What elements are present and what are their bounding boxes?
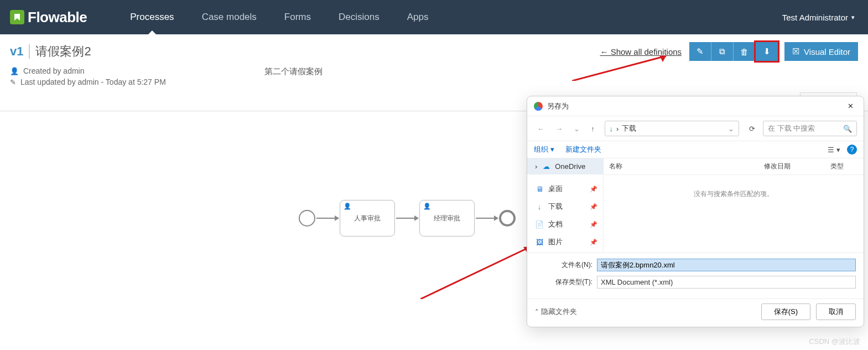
- filename-label: 文件名(N):: [535, 260, 592, 270]
- nav-forms[interactable]: Forms: [284, 0, 311, 34]
- brand-logo: Flowable: [0, 9, 97, 26]
- nav-tabs: Processes Case models Forms Decisions Ap…: [130, 0, 428, 34]
- dialog-footer: ˄ 隐藏文件夹 保存(S) 取消: [527, 298, 864, 327]
- created-by: Created by admin: [23, 66, 85, 75]
- logo-icon: [10, 10, 24, 24]
- sequence-flow: [396, 218, 418, 219]
- dialog-nav: ← → ⌄ ↑ ↓ › 下载 ⌄ ⟳ 在 下载 中搜索 🔍: [527, 116, 864, 141]
- pin-icon: 📌: [590, 239, 597, 246]
- copy-icon: ⧉: [719, 47, 725, 56]
- recent-dropdown[interactable]: ⌄: [570, 122, 583, 135]
- col-date[interactable]: 修改日期: [764, 162, 830, 171]
- dialog-toolbar: 组织 ▾ 新建文件夹 ☰ ▾ ?: [527, 141, 864, 158]
- col-type[interactable]: 类型: [830, 162, 858, 171]
- version-badge: v1: [10, 44, 30, 59]
- pin-icon: 📌: [590, 186, 597, 193]
- folder-tree: › ☁ OneDrive 🖥 桌面 📌 ↓ 下载 📌 📄 文档 📌 🖼: [527, 158, 604, 253]
- help-button[interactable]: ?: [847, 145, 857, 155]
- empty-message: 没有与搜索条件匹配的项。: [604, 175, 864, 213]
- visual-editor-button[interactable]: ☒ Visual Editor: [784, 42, 858, 61]
- search-input[interactable]: 在 下载 中搜索 🔍: [763, 121, 857, 136]
- download-folder-icon: ↓: [610, 125, 614, 133]
- pencil-icon: ✎: [697, 47, 704, 56]
- process-name: 请假案例2: [35, 43, 91, 60]
- cancel-button[interactable]: 取消: [816, 303, 856, 320]
- show-all-definitions-link[interactable]: ← Show all definitions: [600, 47, 682, 56]
- end-event: [499, 210, 516, 227]
- path-label: 下载: [622, 123, 636, 133]
- forward-button[interactable]: →: [552, 122, 566, 135]
- dialog-titlebar: 另存为 ✕: [527, 96, 864, 116]
- download-icon: ↓: [535, 203, 544, 211]
- brand-text: Flowable: [28, 9, 87, 26]
- filetype-label: 保存类型(T):: [535, 277, 592, 287]
- new-folder-button[interactable]: 新建文件夹: [565, 145, 601, 155]
- pin-icon: 📌: [590, 203, 597, 210]
- tree-documents[interactable]: 📄 文档 📌: [527, 215, 603, 233]
- desktop-icon: 🖥: [535, 185, 544, 193]
- watermark: CSDN @波比波: [809, 337, 860, 347]
- edit-square-icon: ☒: [792, 47, 799, 56]
- process-description: 第二个请假案例: [264, 66, 323, 89]
- process-header: v1 请假案例2 ← Show all definitions ✎ ⧉ 🗑 ⬇ …: [0, 34, 868, 89]
- user-task-1: 👤 人事审批: [340, 200, 395, 236]
- start-event: [299, 210, 315, 227]
- search-placeholder: 在 下载 中搜索: [768, 123, 815, 133]
- refresh-button[interactable]: ⟳: [746, 122, 758, 135]
- user-menu[interactable]: Test Administrator ▾: [782, 13, 868, 22]
- expand-icon: ›: [535, 162, 537, 171]
- process-actions: ← Show all definitions ✎ ⧉ 🗑 ⬇ ☒ Visual …: [600, 42, 858, 61]
- tree-onedrive[interactable]: › ☁ OneDrive: [527, 158, 603, 174]
- document-icon: 📄: [535, 220, 544, 229]
- close-button[interactable]: ✕: [844, 101, 857, 111]
- visual-editor-label: Visual Editor: [804, 47, 850, 56]
- task1-label: 人事审批: [354, 214, 381, 223]
- sequence-flow: [476, 218, 498, 219]
- nav-case-models[interactable]: Case models: [202, 0, 257, 34]
- up-button[interactable]: ↑: [588, 122, 598, 135]
- action-button-group: ✎ ⧉ 🗑 ⬇: [689, 42, 778, 61]
- sequence-flow: [316, 218, 339, 219]
- download-button[interactable]: ⬇: [756, 42, 778, 61]
- path-dropdown-icon[interactable]: ⌄: [728, 125, 734, 133]
- image-icon: 🖼: [535, 238, 544, 246]
- dialog-title: 另存为: [547, 101, 844, 111]
- search-icon: 🔍: [843, 125, 852, 133]
- path-breadcrumb[interactable]: ↓ › 下载 ⌄: [605, 121, 740, 136]
- hide-folders-toggle[interactable]: ˄ 隐藏文件夹: [535, 307, 577, 317]
- bpmn-diagram: 👤 人事审批 👤 经理审批: [299, 200, 516, 236]
- chevron-up-icon: ˄: [535, 308, 539, 316]
- task2-label: 经理审批: [434, 214, 460, 223]
- delete-button[interactable]: 🗑: [734, 42, 756, 61]
- filetype-select[interactable]: XML Document (*.xml): [597, 276, 856, 289]
- organize-menu[interactable]: 组织 ▾: [534, 145, 554, 155]
- save-as-dialog: 另存为 ✕ ← → ⌄ ↑ ↓ › 下载 ⌄ ⟳ 在 下载 中搜索 🔍 组织 ▾…: [527, 96, 864, 327]
- cloud-icon: ☁: [542, 162, 550, 171]
- user-icon: 👤: [10, 67, 19, 75]
- tree-downloads[interactable]: ↓ 下载 📌: [527, 198, 603, 215]
- user-name: Test Administrator: [782, 13, 848, 22]
- dialog-body: › ☁ OneDrive 🖥 桌面 📌 ↓ 下载 📌 📄 文档 📌 🖼: [527, 158, 864, 253]
- save-button[interactable]: 保存(S): [761, 303, 810, 320]
- user-task-2: 👤 经理审批: [419, 200, 475, 236]
- dialog-fields: 文件名(N): 保存类型(T): XML Document (*.xml): [527, 253, 864, 298]
- tree-pictures[interactable]: 🖼 图片 📌: [527, 233, 603, 251]
- pin-icon: 📌: [590, 221, 597, 228]
- user-task-icon: 👤: [423, 203, 431, 210]
- tree-desktop[interactable]: 🖥 桌面 📌: [527, 180, 603, 198]
- nav-decisions[interactable]: Decisions: [339, 0, 380, 34]
- chrome-icon: [534, 102, 543, 111]
- duplicate-button[interactable]: ⧉: [711, 42, 734, 61]
- list-header: 名称 修改日期 类型: [604, 158, 864, 175]
- chevron-down-icon: ▾: [851, 14, 855, 21]
- edit-button[interactable]: ✎: [689, 42, 711, 61]
- view-mode-button[interactable]: ☰ ▾: [828, 146, 840, 154]
- top-navbar: Flowable Processes Case models Forms Dec…: [0, 0, 868, 34]
- nav-processes[interactable]: Processes: [130, 0, 174, 34]
- col-name[interactable]: 名称: [609, 162, 764, 171]
- back-button[interactable]: ←: [534, 122, 548, 135]
- last-updated: Last updated by admin - Today at 5:27 PM: [20, 78, 166, 86]
- file-list: 名称 修改日期 类型 没有与搜索条件匹配的项。: [604, 158, 864, 253]
- filename-input[interactable]: [597, 259, 856, 271]
- nav-apps[interactable]: Apps: [407, 0, 429, 34]
